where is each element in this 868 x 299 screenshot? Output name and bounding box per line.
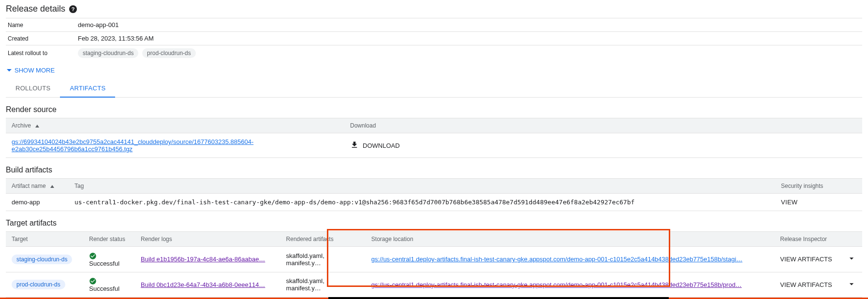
storage-link[interactable]: gs://us-central1.deploy-artifacts.final-… bbox=[371, 281, 769, 288]
meta-created-value: Feb 28, 2023, 11:53:56 AM bbox=[76, 32, 862, 45]
target-artifacts-table: Target Render status Render logs Rendere… bbox=[6, 231, 862, 298]
show-more-button[interactable]: SHOW MORE bbox=[6, 63, 862, 78]
col-download: Download bbox=[344, 118, 862, 133]
meta-created-key: Created bbox=[6, 32, 76, 45]
view-insights-button[interactable]: VIEW bbox=[781, 199, 797, 206]
render-status-value: Successful bbox=[89, 285, 119, 292]
chip-staging[interactable]: staging-cloudrun-ds bbox=[78, 48, 138, 58]
col-archive[interactable]: Archive bbox=[6, 118, 344, 133]
chevron-down-icon bbox=[7, 69, 12, 71]
col-release-inspector: Release Inspector bbox=[774, 232, 862, 247]
table-row: staging-cloudrun-ds Successful Build e1b… bbox=[6, 247, 862, 272]
storage-link[interactable]: gs://us-central1.deploy-artifacts.final-… bbox=[371, 256, 769, 263]
col-render-status: Render status bbox=[83, 232, 135, 247]
view-artifacts-button[interactable]: VIEW ARTIFACTS bbox=[780, 281, 832, 288]
rendered-artifacts-value: skaffold.yaml, manifest.y… bbox=[280, 247, 366, 272]
chip-prod[interactable]: prod-cloudrun-ds bbox=[142, 48, 196, 58]
page-title: Release details bbox=[6, 4, 65, 14]
build-artifacts-title: Build artifacts bbox=[6, 166, 862, 174]
meta-latest-key: Latest rollout to bbox=[6, 45, 76, 61]
target-artifacts-title: Target artifacts bbox=[6, 219, 862, 228]
target-chip-prod[interactable]: prod-cloudrun-ds bbox=[12, 280, 65, 289]
chevron-down-icon[interactable] bbox=[847, 254, 856, 265]
check-circle-icon bbox=[89, 252, 100, 259]
tabs: ROLLOUTS ARTIFACTS bbox=[6, 80, 862, 98]
col-rendered-artifacts: Rendered artifacts bbox=[280, 232, 366, 247]
archive-link[interactable]: gs://69934104024b43e2bc9755a2cac44141_cl… bbox=[12, 138, 253, 153]
col-archive-label: Archive bbox=[12, 122, 31, 129]
help-icon[interactable]: ? bbox=[69, 5, 77, 13]
meta-latest-chips: staging-cloudrun-ds prod-cloudrun-ds bbox=[76, 45, 862, 61]
render-logs-link[interactable]: Build 0bc1d23e-64a7-4b34-a6b8-0eee114… bbox=[141, 281, 275, 288]
show-more-label: SHOW MORE bbox=[15, 67, 55, 74]
download-button[interactable]: DOWNLOAD bbox=[363, 142, 400, 149]
render-logs-link[interactable]: Build e1b1956b-197a-4c84-ae6a-86aabae… bbox=[141, 256, 275, 263]
col-security-insights: Security insights bbox=[775, 179, 862, 194]
render-source-title: Render source bbox=[6, 105, 862, 114]
col-target: Target bbox=[6, 232, 83, 247]
tab-rollouts[interactable]: ROLLOUTS bbox=[6, 80, 60, 97]
col-artifact-name[interactable]: Artifact name bbox=[6, 179, 69, 194]
black-bar bbox=[328, 297, 669, 299]
download-icon[interactable] bbox=[350, 141, 359, 151]
render-source-table: Archive Download gs://69934104024b43e2bc… bbox=[6, 118, 862, 158]
table-row: prod-cloudrun-ds Successful Build 0bc1d2… bbox=[6, 272, 862, 298]
col-tag: Tag bbox=[69, 179, 775, 194]
col-render-logs: Render logs bbox=[135, 232, 280, 247]
sort-up-icon bbox=[35, 125, 39, 128]
col-artifact-name-label: Artifact name bbox=[12, 183, 46, 189]
check-circle-icon bbox=[89, 277, 100, 285]
rendered-artifacts-value: skaffold.yaml, manifest.y… bbox=[280, 272, 366, 298]
table-row: gs://69934104024b43e2bc9755a2cac44141_cl… bbox=[6, 133, 862, 158]
render-status-value: Successful bbox=[89, 260, 119, 267]
tab-artifacts[interactable]: ARTIFACTS bbox=[60, 80, 115, 98]
view-artifacts-button[interactable]: VIEW ARTIFACTS bbox=[780, 256, 832, 263]
build-artifacts-table: Artifact name Tag Security insights demo… bbox=[6, 178, 862, 211]
artifact-tag: us-central1-docker.pkg.dev/final-ish-tes… bbox=[69, 194, 775, 211]
sort-up-icon bbox=[50, 185, 54, 188]
release-meta-table: Name demo-app-001 Created Feb 28, 2023, … bbox=[6, 18, 862, 61]
target-chip-staging[interactable]: staging-cloudrun-ds bbox=[12, 255, 72, 264]
artifact-name: demo-app bbox=[6, 194, 69, 211]
chevron-down-icon[interactable] bbox=[847, 279, 856, 290]
col-storage: Storage location bbox=[366, 232, 775, 247]
meta-name-key: Name bbox=[6, 18, 76, 32]
meta-name-value: demo-app-001 bbox=[76, 18, 862, 32]
table-row: demo-app us-central1-docker.pkg.dev/fina… bbox=[6, 194, 862, 211]
